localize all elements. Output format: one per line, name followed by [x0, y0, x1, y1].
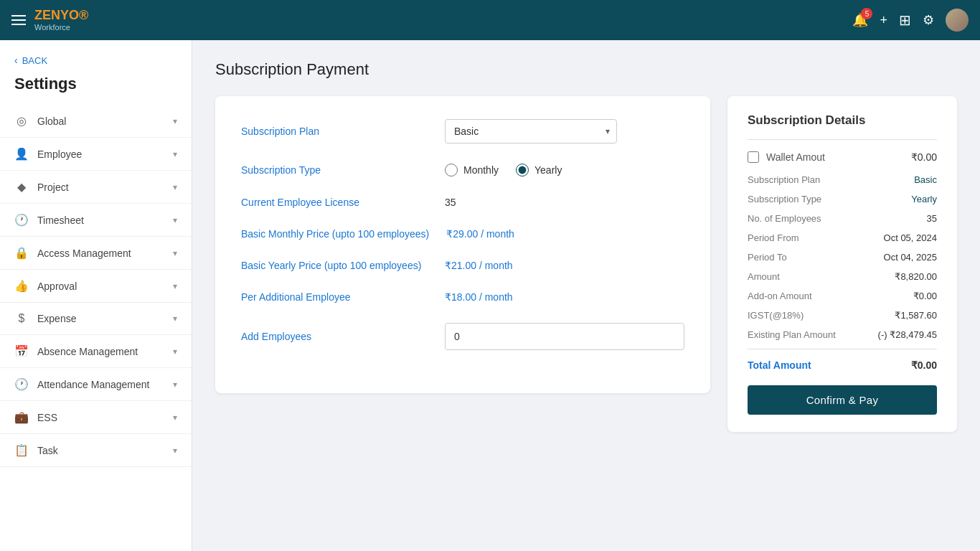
- wallet-label: Wallet Amout: [766, 151, 825, 163]
- settings-icon[interactable]: ⚙: [923, 12, 934, 28]
- sidebar-label-attendance-management: Attendance Management: [37, 379, 149, 390]
- approval-icon: 👍: [14, 279, 29, 293]
- confirm-pay-button[interactable]: Confirm & Pay: [748, 385, 937, 415]
- detail-key-igst: IGST(@18%): [748, 310, 804, 321]
- yearly-price-row: Basic Yearly Price (upto 100 employees) …: [241, 260, 684, 271]
- main-content: Subscription Payment Subscription Plan B…: [192, 40, 980, 551]
- subscription-type-label: Subscription Type: [241, 164, 428, 176]
- detail-val-period-from: Oct 05, 2024: [884, 232, 937, 243]
- chevron-down-icon: ▾: [173, 446, 177, 456]
- chevron-down-icon: ▾: [173, 182, 177, 192]
- radio-yearly[interactable]: Yearly: [516, 164, 562, 176]
- topnav-left: ZENYO® Workforce: [11, 9, 88, 32]
- sidebar-item-access-management[interactable]: 🔒 Access Management ▾: [0, 237, 192, 270]
- per-additional-value: ₹18.00 / month: [445, 291, 513, 303]
- add-icon[interactable]: +: [880, 13, 887, 28]
- chevron-down-icon: ▾: [173, 281, 177, 291]
- subscription-form-card: Subscription Plan Basic Pro ▾ Subscrip: [215, 96, 710, 393]
- chevron-down-icon: ▾: [173, 413, 177, 423]
- subscription-type-options: Monthly Yearly: [445, 164, 684, 176]
- detail-row-igst: IGST(@18%) ₹1,587.60: [748, 310, 937, 321]
- detail-val-type: Yearly: [911, 194, 937, 204]
- sidebar-label-approval: Approval: [37, 281, 77, 292]
- back-link[interactable]: ‹ BACK: [0, 52, 192, 75]
- plan-select[interactable]: Basic Pro: [445, 119, 617, 143]
- yearly-price-label: Basic Yearly Price (upto 100 employees): [241, 260, 428, 271]
- chevron-down-icon: ▾: [173, 116, 177, 126]
- chevron-down-icon: ▾: [173, 314, 177, 324]
- sidebar-item-project[interactable]: ◆ Project ▾: [0, 171, 192, 204]
- absence-icon: 📅: [14, 344, 29, 358]
- subscription-plan-label: Subscription Plan: [241, 126, 428, 137]
- sidebar-item-approval[interactable]: 👍 Approval ▾: [0, 270, 192, 303]
- per-additional-row: Per Additional Employee ₹18.00 / month: [241, 291, 684, 303]
- detail-key-existing-plan: Existing Plan Amount: [748, 329, 836, 340]
- detail-val-igst: ₹1,587.60: [895, 310, 937, 321]
- sidebar-item-ess[interactable]: 💼 ESS ▾: [0, 401, 192, 434]
- chevron-down-icon: ▾: [173, 215, 177, 225]
- add-employees-input[interactable]: [445, 323, 684, 350]
- detail-key-employees: No. of Employees: [748, 213, 821, 224]
- monthly-price-row: Basic Monthly Price (upto 100 employees)…: [241, 228, 684, 240]
- avatar[interactable]: [946, 9, 969, 32]
- monthly-label: Monthly: [463, 164, 499, 176]
- sidebar: ‹ BACK Settings ◎ Global ▾ 👤 Employee ▾ …: [0, 40, 192, 551]
- details-divider: [748, 139, 937, 140]
- wallet-row: Wallet Amout ₹0.00: [748, 151, 937, 163]
- sidebar-item-absence-management[interactable]: 📅 Absence Management ▾: [0, 335, 192, 368]
- ess-icon: 💼: [14, 410, 29, 424]
- sidebar-item-attendance-management[interactable]: 🕐 Attendance Management ▾: [0, 368, 192, 401]
- per-additional-label: Per Additional Employee: [241, 291, 428, 303]
- chevron-down-icon: ▾: [173, 347, 177, 357]
- chevron-down-icon: ▾: [173, 248, 177, 258]
- sidebar-label-project: Project: [37, 182, 69, 193]
- chevron-down-icon: ▾: [173, 149, 177, 159]
- detail-row-plan: Subscription Plan Basic: [748, 174, 937, 185]
- topnav-right: 🔔 5 + ⊞ ⚙: [852, 9, 969, 32]
- radio-yearly-input[interactable]: [516, 164, 529, 176]
- task-icon: 📋: [14, 443, 29, 457]
- notification-icon[interactable]: 🔔 5: [852, 12, 868, 28]
- subscription-type-row: Subscription Type Monthly Yearly: [241, 164, 684, 176]
- yearly-label: Yearly: [534, 164, 562, 176]
- wallet-amount: ₹0.00: [911, 151, 937, 163]
- sidebar-label-timesheet: Timesheet: [37, 215, 84, 226]
- sidebar-item-timesheet[interactable]: 🕐 Timesheet ▾: [0, 204, 192, 237]
- layout: ‹ BACK Settings ◎ Global ▾ 👤 Employee ▾ …: [0, 40, 980, 551]
- sidebar-label-ess: ESS: [37, 412, 57, 423]
- wallet-checkbox[interactable]: [748, 151, 759, 163]
- grid-icon[interactable]: ⊞: [899, 11, 911, 29]
- add-employees-label: Add Employees: [241, 331, 428, 342]
- monthly-price-value: ₹29.00 / month: [446, 228, 514, 240]
- logo-zenyo: ZENYO: [34, 8, 79, 22]
- detail-key-period-from: Period From: [748, 232, 799, 243]
- total-label: Total Amount: [748, 359, 811, 371]
- detail-key-amount: Amount: [748, 271, 780, 282]
- yearly-price-value: ₹21.00 / month: [445, 260, 513, 271]
- details-title: Subscription Details: [748, 113, 937, 128]
- current-license-label: Current Employee License: [241, 197, 428, 208]
- sidebar-label-access-management: Access Management: [37, 248, 131, 259]
- sidebar-item-global[interactable]: ◎ Global ▾: [0, 105, 192, 138]
- radio-monthly[interactable]: Monthly: [445, 164, 499, 176]
- logo-sub: Workforce: [34, 23, 88, 32]
- detail-val-amount: ₹8,820.00: [895, 271, 937, 282]
- sidebar-item-task[interactable]: 📋 Task ▾: [0, 434, 192, 467]
- detail-val-plan: Basic: [914, 174, 937, 185]
- notification-badge: 5: [861, 8, 872, 19]
- attendance-icon: 🕐: [14, 377, 29, 391]
- radio-monthly-input[interactable]: [445, 164, 458, 176]
- sidebar-label-task: Task: [37, 445, 58, 456]
- hamburger-menu[interactable]: [11, 15, 26, 25]
- detail-key-period-to: Period To: [748, 252, 787, 263]
- add-employees-value: [445, 323, 684, 350]
- detail-row-type: Subscription Type Yearly: [748, 194, 937, 204]
- sidebar-item-expense[interactable]: $ Expense ▾: [0, 303, 192, 335]
- total-row: Total Amount ₹0.00: [748, 349, 937, 371]
- detail-row-period-from: Period From Oct 05, 2024: [748, 232, 937, 243]
- detail-row-amount: Amount ₹8,820.00: [748, 271, 937, 282]
- timesheet-icon: 🕐: [14, 213, 29, 227]
- sidebar-label-expense: Expense: [37, 313, 76, 324]
- sidebar-item-employee[interactable]: 👤 Employee ▾: [0, 138, 192, 171]
- sidebar-label-global: Global: [37, 116, 66, 127]
